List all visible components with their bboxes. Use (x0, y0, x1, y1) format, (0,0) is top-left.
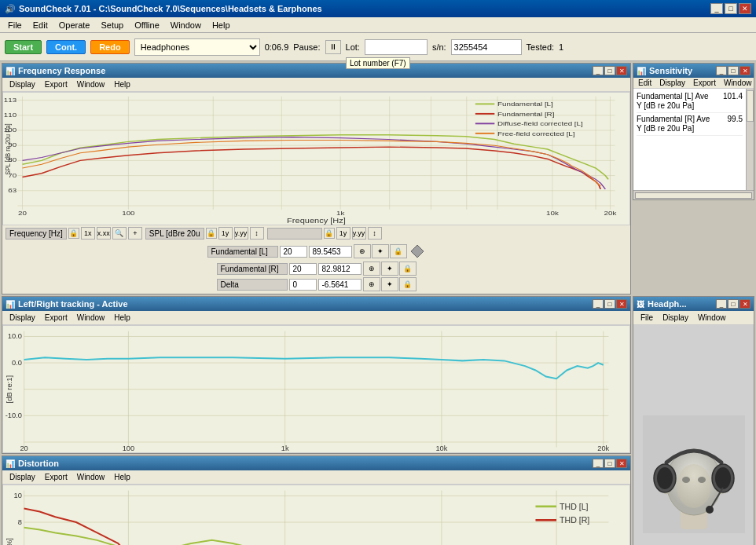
fund-l-val2[interactable] (309, 246, 352, 258)
headphones-window: 🖼 Headph... _ □ ✕ File Display Window (633, 296, 754, 545)
freq-response-title-bar: 📊 Frequency Response _ □ ✕ (2, 64, 630, 78)
lr-menu-help[interactable]: Help (110, 313, 134, 322)
freq-plus-btn[interactable]: + (128, 227, 142, 240)
dist-maximize-button[interactable]: □ (604, 459, 615, 468)
menu-offline[interactable]: Offline (130, 20, 164, 31)
fund-r-crosshair-btn[interactable]: ⊕ (363, 262, 380, 276)
freq-menu-display[interactable]: Display (6, 80, 39, 89)
delta-crosshair-btn[interactable]: ⊕ (363, 277, 380, 291)
delta-val2[interactable] (318, 279, 361, 291)
freq-menu-window[interactable]: Window (73, 80, 109, 89)
freq-response-title-left: 📊 Frequency Response (6, 66, 105, 75)
sens-menu-display[interactable]: Display (656, 79, 688, 87)
empty-fit-btn[interactable]: ↕ (368, 227, 382, 240)
delta-sun-btn[interactable]: ✦ (381, 277, 398, 291)
sens-fund-r-value: 99.5 (715, 115, 743, 123)
headph-menu-display[interactable]: Display (659, 313, 692, 322)
distortion-title: Distortion (18, 459, 59, 468)
svg-text:Fundamental [L]: Fundamental [L] (497, 101, 553, 108)
menu-help[interactable]: Help (207, 20, 235, 31)
sens-menu-window[interactable]: Window (721, 79, 755, 87)
freq-menu-export[interactable]: Export (41, 80, 72, 89)
menu-file[interactable]: File (3, 20, 27, 31)
menu-setup[interactable]: Setup (96, 20, 128, 31)
dist-close-button[interactable]: ✕ (616, 459, 627, 468)
maximize-button[interactable]: □ (725, 3, 737, 14)
headphones-title: Headph... (648, 299, 687, 309)
lr-menu-window[interactable]: Window (73, 313, 109, 322)
freq-minimize-button[interactable]: _ (593, 66, 604, 75)
empty-scale-btn2[interactable]: y.yy (352, 227, 366, 240)
sensitivity-title-buttons: _ □ ✕ (716, 66, 750, 75)
dist-menu-help[interactable]: Help (110, 473, 134, 481)
headph-close-button[interactable]: ✕ (739, 299, 750, 309)
sens-menu-export[interactable]: Export (690, 79, 719, 87)
menu-operate[interactable]: Operate (54, 20, 95, 31)
lr-minimize-button[interactable]: _ (593, 299, 604, 309)
fund-l-lock-btn[interactable]: 🔒 (390, 244, 407, 258)
lr-menu-display[interactable]: Display (6, 313, 39, 322)
empty-lock-btn[interactable]: 🔒 (324, 228, 335, 239)
fund-l-val1[interactable] (280, 246, 307, 258)
redo-button[interactable]: Redo (90, 40, 130, 54)
dist-minimize-button[interactable]: _ (593, 459, 604, 468)
spl-lock-btn[interactable]: 🔒 (206, 228, 217, 239)
delta-val1[interactable] (289, 279, 317, 291)
sensitivity-title: Sensitivity (649, 66, 692, 75)
pause-button[interactable]: ⏸ (325, 40, 341, 54)
freq-scale-btn2[interactable]: x.xx (97, 227, 111, 240)
menu-window[interactable]: Window (166, 20, 206, 31)
freq-menu-help[interactable]: Help (110, 80, 134, 89)
sens-maximize-button[interactable]: □ (728, 66, 739, 75)
dist-chart: 10 8 6 4 2 20 100 1k 10k (2, 485, 630, 545)
freq-zoom-btn[interactable]: 🔍 (112, 227, 127, 240)
close-button[interactable]: ✕ (739, 3, 751, 14)
fund-r-val1[interactable] (289, 263, 317, 275)
headph-maximize-button[interactable]: □ (728, 299, 739, 309)
delta-lock-btn[interactable]: 🔒 (399, 277, 417, 291)
headph-menu-file[interactable]: File (637, 313, 657, 322)
dist-menu-window[interactable]: Window (73, 473, 109, 481)
headph-minimize-button[interactable]: _ (716, 299, 727, 309)
sens-h-scrollbar[interactable] (633, 190, 754, 199)
freq-maximize-button[interactable]: □ (604, 66, 615, 75)
fund-l-sun-btn[interactable]: ✦ (372, 244, 389, 258)
freq-close-button[interactable]: ✕ (616, 66, 627, 75)
fund-r-val2[interactable] (318, 263, 361, 275)
cont-button[interactable]: Cont. (46, 40, 86, 54)
lr-maximize-button[interactable]: □ (604, 299, 615, 309)
headph-icon: 🖼 (637, 300, 644, 309)
fund-r-lock-btn[interactable]: 🔒 (399, 262, 417, 276)
empty-scale-btn[interactable]: 1y (336, 227, 350, 240)
sequence-select[interactable]: Headphones (134, 38, 260, 56)
spl-scale-btn1[interactable]: 1y (218, 227, 233, 240)
sens-minimize-button[interactable]: _ (716, 66, 727, 75)
freq-lock-btn[interactable]: 🔒 (68, 228, 79, 239)
start-button[interactable]: Start (5, 40, 42, 54)
sens-close-button[interactable]: ✕ (739, 66, 750, 75)
sn-input[interactable] (451, 39, 522, 55)
sensitivity-title-left: 📊 Sensitivity (637, 66, 692, 75)
spl-fit-btn[interactable]: ↕ (250, 227, 264, 240)
fund-l-crosshair-btn[interactable]: ⊕ (354, 244, 371, 258)
lot-input[interactable] (365, 39, 428, 55)
sens-scrollbar[interactable] (746, 89, 754, 190)
freq-scale-btn1[interactable]: 1x (81, 227, 95, 240)
lr-close-button[interactable]: ✕ (616, 299, 627, 309)
sens-menu-edit[interactable]: Edit (635, 79, 655, 87)
minimize-button[interactable]: _ (710, 3, 723, 14)
sens-fund-l-value: 101.4 (715, 92, 743, 101)
lr-menu-export[interactable]: Export (41, 313, 72, 322)
svg-text:Fundamental [R]: Fundamental [R] (497, 111, 554, 118)
dist-menu-export[interactable]: Export (41, 473, 72, 481)
dist-title-bar: 📊 Distortion _ □ ✕ (2, 456, 630, 470)
svg-text:20k: 20k (604, 210, 617, 218)
spl-scale-btn2[interactable]: y.yy (234, 227, 248, 240)
dist-menu-display[interactable]: Display (6, 473, 39, 481)
lr-tracking-title: Left/Right tracking - Active (18, 299, 128, 309)
headph-menu-window[interactable]: Window (694, 313, 730, 322)
sens-content-area: Fundamental [L] AveY [dB re 20u Pa] 101.… (633, 89, 754, 190)
fund-r-sun-btn[interactable]: ✦ (381, 262, 398, 276)
menu-edit[interactable]: Edit (28, 20, 53, 31)
distortion-window: 📊 Distortion _ □ ✕ Display Export Window… (2, 455, 631, 545)
